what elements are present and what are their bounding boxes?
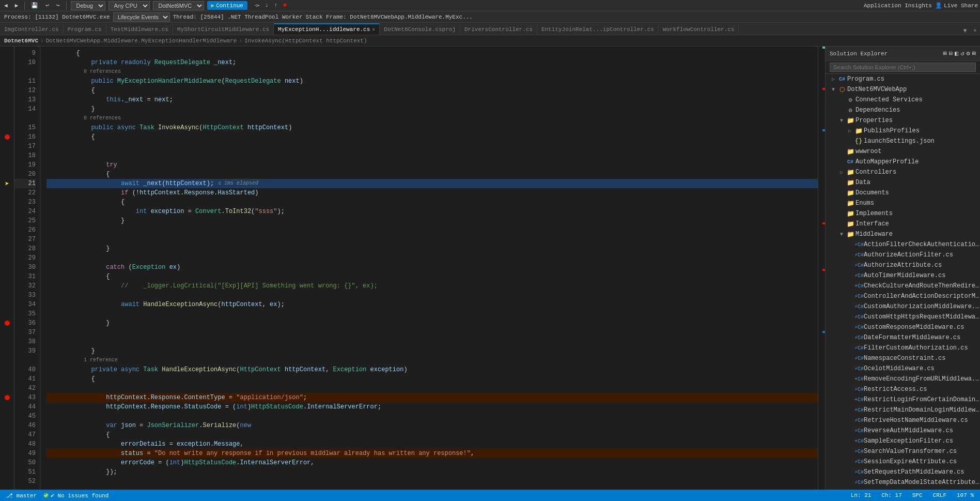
tab-testmiddleware[interactable]: TestMiddleware.cs	[106, 23, 173, 35]
tab-myshortcircuit[interactable]: MyShortCircuitMiddleware.cs	[173, 23, 274, 35]
tree-item-wwwroot[interactable]: 📁 wwwroot	[826, 146, 980, 157]
tree-item-removeencoding[interactable]: +C# RemoveEncodingFromURLMiddlewa...	[826, 374, 980, 384]
redo-btn[interactable]: ↪	[54, 2, 62, 9]
tab-program[interactable]: Program.cs	[64, 23, 106, 35]
tree-item-dependencies[interactable]: ⚙ Dependencies	[826, 105, 980, 115]
tree-item-restrictmain[interactable]: +C# RestrictMainDomainLoginMiddleware...	[826, 405, 980, 415]
tree-item-filtercustom[interactable]: ⚡C# FilterCustomAuthorization.cs	[826, 343, 980, 353]
tab-workflow[interactable]: WorkflowController.cs	[659, 23, 739, 35]
code-line	[46, 235, 818, 244]
undo-btn[interactable]: ↩	[43, 2, 51, 9]
tree-item-retrivehost[interactable]: ⚡C# RetriveHostNameMiddleware.cs	[826, 415, 980, 426]
tab-drivers[interactable]: DriversController.cs	[460, 23, 537, 35]
se-settings-btn[interactable]: ⚙	[967, 50, 970, 57]
status-bar: ⎇ master ✔ No issues found Ln: 21 Ch: 17…	[0, 490, 980, 501]
tree-item-actionfilter[interactable]: ⚡C# ActionFilterCheckAuthentication.cs	[826, 239, 980, 250]
code-line: {	[46, 272, 818, 281]
tree-item-documents[interactable]: 📁 Documents	[826, 188, 980, 198]
se-search-input[interactable]	[830, 63, 976, 72]
tab-entityjoin[interactable]: EntityJoinRelat...ipController.cs	[537, 23, 659, 35]
tree-expand-icon: ▷	[838, 169, 845, 175]
tree-item-label: DateFormatterMiddleware.cs	[864, 334, 960, 341]
tree-item-label: AutoMapperProfile	[855, 158, 919, 165]
tree-item-label: Interface	[855, 220, 889, 227]
tab-myexception[interactable]: MyExceptionH...iddleware.cs ✕	[274, 23, 380, 35]
se-view-btn[interactable]: ◧	[955, 50, 958, 57]
forward-btn[interactable]: ▶	[13, 2, 21, 9]
tree-item-middleware[interactable]: ▼ 📁 Middleware	[826, 229, 980, 239]
solution-explorer: Solution Explorer ⊞ ⊟ ◧ ↺ ⚙ ⊞ ▷ C# Progr…	[825, 47, 980, 490]
tab-close-btn[interactable]: ✕	[372, 26, 375, 33]
tree-item-reverseauth[interactable]: ⚡C# ReverseAuthMiddleware.cs	[826, 426, 980, 436]
tab-imgcontroller[interactable]: ImgController.cs	[0, 23, 64, 35]
git-branch[interactable]: ⎇ master	[4, 492, 39, 499]
tree-item-controllerdesc[interactable]: ⚡C# ControllerAndActionDescriptorMidd...	[826, 291, 980, 301]
tree-item-automapper[interactable]: C# AutoMapperProfile	[826, 157, 980, 167]
lifecycle-dropdown[interactable]: Lifecycle Events	[113, 12, 170, 22]
new-tab-btn[interactable]: +	[970, 27, 980, 35]
tree-item-restrictaccess[interactable]: ⚡C# RestrictAccess.cs	[826, 384, 980, 394]
zoom-status[interactable]: 107 %	[955, 492, 976, 498]
tree-item-project[interactable]: ▼ ⬡ DotNet6MVCWebApp	[826, 84, 980, 95]
se-filter-btn[interactable]: ⊞	[943, 50, 947, 57]
se-expand-btn[interactable]: ⊞	[972, 50, 976, 57]
tree-item-controllers[interactable]: ▷ 📁 Controllers	[826, 167, 980, 177]
back-btn[interactable]: ◀	[2, 2, 10, 9]
framework-dropdown[interactable]: DotNet6MVC	[153, 1, 204, 10]
tree-item-interface[interactable]: 📁 Interface	[826, 219, 980, 229]
tree-item-authorizeactionfilter[interactable]: ⚡C# AuthorizeActionFilter.cs	[826, 250, 980, 260]
crlf-status[interactable]: CRLF	[931, 492, 948, 498]
tree-item-ocelot[interactable]: ⚡C# OcelotMiddleware.cs	[826, 363, 980, 374]
tree-item-dateformatter[interactable]: ⚡C# DateFormatterMiddleware.cs	[826, 332, 980, 343]
continue-button[interactable]: ▶ Continue	[207, 1, 247, 10]
stop-btn[interactable]: ■	[281, 2, 289, 9]
tree-item-label: Dependencies	[855, 107, 900, 114]
se-refresh-btn[interactable]: ↺	[960, 50, 964, 57]
tree-item-connected-services[interactable]: ⚙ Connected Services	[826, 95, 980, 105]
tree-item-settempdata[interactable]: ⚡C# SetTempDataModelStateAttribute.cs	[826, 477, 980, 488]
deps-icon: ⚙	[846, 107, 854, 114]
step-into-btn[interactable]: ↓	[263, 2, 271, 9]
tree-item-authorizeattr[interactable]: ⚡C# AuthorizeAttribute.cs	[826, 260, 980, 270]
step-over-btn[interactable]: ⤼	[253, 2, 261, 9]
code-line-current: await _next(httpContext);≤ 1ms elapsed	[46, 179, 818, 188]
live-share-button[interactable]: 👤 Live Share	[935, 2, 978, 9]
tabs-overflow-btn[interactable]: ▼	[960, 27, 970, 35]
folder-icon: 📁	[846, 179, 854, 187]
tree-item-implements[interactable]: 📁 Implements	[826, 208, 980, 219]
code-line: }	[46, 104, 818, 114]
tree-item-customresponse[interactable]: ⚡C# CustomResponseMiddleware.cs	[826, 322, 980, 332]
tree-item-launchsettings[interactable]: {} launchSettings.json	[826, 136, 980, 146]
tree-item-restrictlogin[interactable]: +C# RestrictLoginFromCertainDomainMi...	[826, 394, 980, 405]
tree-item-searchvalue[interactable]: ⚡C# SearchValueTransformer.cs	[826, 446, 980, 457]
save-btn[interactable]: 💾	[29, 2, 40, 9]
debug-dropdown[interactable]: Debug	[71, 1, 105, 10]
tree-item-sampleexception[interactable]: +C# SampleExceptionFilter.cs	[826, 436, 980, 446]
tree-item-setrequestpath[interactable]: ⚡C# SetRequestPathMiddleware.cs	[826, 467, 980, 477]
ai-insights-button[interactable]: Application Insights	[864, 3, 932, 9]
tree-item-label: Enums	[855, 200, 874, 207]
tree-item-testmiddleware[interactable]: ⚡C# TestMiddleware.cs	[826, 488, 980, 490]
tree-item-customauth[interactable]: ⚡C# CustomAuthorizationMiddleware.cs	[826, 301, 980, 312]
code-line	[46, 309, 818, 318]
tree-item-label: Controllers	[855, 169, 896, 176]
tree-item-namespace[interactable]: ⚡C# NamespaceConstraint.cs	[826, 353, 980, 363]
tree-item-customhttps[interactable]: ⚡C# CustomHttpHttpsRequestMiddleware...	[826, 312, 980, 322]
se-collapse-btn[interactable]: ⊟	[949, 50, 953, 57]
code-content[interactable]: { private readonly RequestDelegate _next…	[40, 47, 818, 490]
code-line-highlighted: httpContext.Response.ContentType = "appl…	[46, 393, 818, 402]
tree-item-data[interactable]: 📁 Data	[826, 177, 980, 188]
tab-console-csproj[interactable]: DotNet6Console.csproj	[380, 23, 460, 35]
cs-icon: +C#	[854, 283, 863, 289]
tree-item-properties[interactable]: ▼ 📁 Properties	[826, 115, 980, 126]
cpu-dropdown[interactable]: Any CPU	[108, 1, 150, 10]
step-out-btn[interactable]: ↑	[272, 2, 280, 9]
tree-item-program[interactable]: ▷ C# Program.cs	[826, 74, 980, 84]
tree-item-sessionexpire[interactable]: ⚡C# SessionExpireAttribute.cs	[826, 457, 980, 467]
spc-status[interactable]: SPC	[910, 492, 925, 498]
tree-item-checkculture[interactable]: +C# CheckCultureAndRouteThenRedirect	[826, 281, 980, 291]
code-line-ref: 1 reference	[46, 356, 818, 365]
tree-item-enums[interactable]: 📁 Enums	[826, 198, 980, 208]
tree-item-publishprofiles[interactable]: ▷ 📁 PublishProfiles	[826, 126, 980, 136]
tree-item-autotimer[interactable]: ⚡C# AutoTimerMiddleware.cs	[826, 270, 980, 281]
